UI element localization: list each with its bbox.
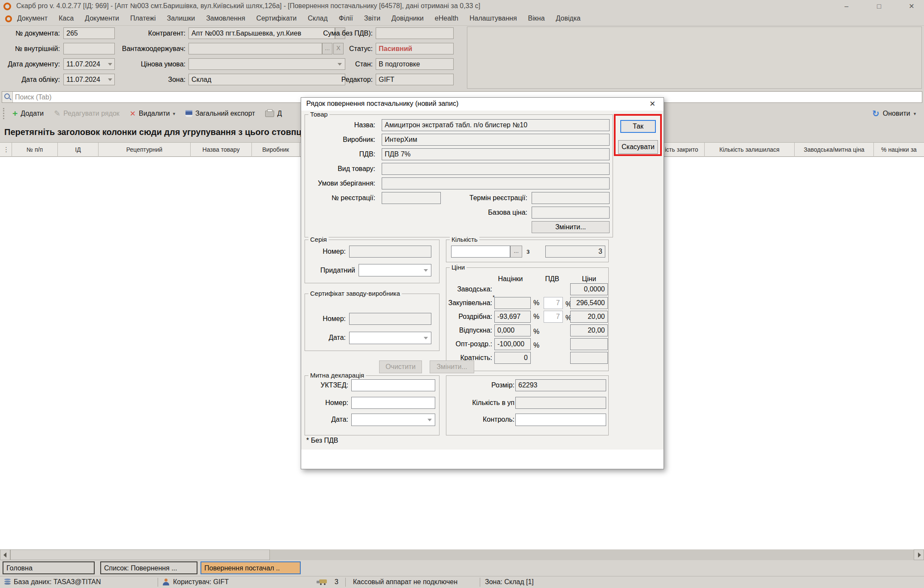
wholesale-price-field[interactable] xyxy=(570,338,608,350)
certificate-date-combo[interactable] xyxy=(349,332,431,344)
tab-supplier-return[interactable]: Повернення постачал .. xyxy=(200,561,301,574)
uktzed-field[interactable] xyxy=(351,379,435,391)
refresh-button[interactable]: ↻ Оновити ▾ xyxy=(872,105,916,123)
series-valid-dropdown-icon[interactable] xyxy=(424,269,428,272)
retail-price-field[interactable]: 20,00 xyxy=(570,311,608,323)
vat-field[interactable]: ПДВ 7% xyxy=(382,148,610,160)
menu-item-settings[interactable]: Налаштування xyxy=(469,15,517,22)
customs-number-field[interactable] xyxy=(351,397,435,409)
manufacturer-field[interactable]: ИнтерХим xyxy=(382,134,610,146)
return-row-dialog: Рядок повернення постачальнику (новий за… xyxy=(301,97,664,469)
quantity-field[interactable] xyxy=(451,246,510,258)
product-kind-field[interactable] xyxy=(382,163,610,175)
customs-date-combo[interactable] xyxy=(351,414,435,426)
menu-item-kasa[interactable]: Каса xyxy=(59,15,74,22)
delete-button[interactable]: ✕ Видалити ▾ xyxy=(126,106,179,121)
purchase-price-field[interactable]: 296,5400 xyxy=(570,297,608,309)
close-icon[interactable]: ✕ xyxy=(901,0,922,13)
series-valid-combo[interactable] xyxy=(359,264,431,276)
multiplicity-price-field[interactable] xyxy=(570,352,608,364)
scroll-right-button[interactable] xyxy=(914,549,924,560)
toolbar-grip-handle[interactable] xyxy=(3,108,6,119)
scroll-left-button[interactable] xyxy=(0,549,10,560)
group-by-hint: Перетягніть заголовок колонки сюди для у… xyxy=(4,127,302,137)
factory-price-label: Заводська: xyxy=(448,283,492,295)
certificate-change-button[interactable]: Змінити... xyxy=(430,360,474,373)
menu-item-orders[interactable]: Замовлення xyxy=(206,15,245,22)
minimize-icon[interactable]: – xyxy=(836,0,857,13)
column-header-qty-closed[interactable]: ість закрито xyxy=(663,143,705,157)
storage-conditions-field[interactable] xyxy=(382,177,610,189)
reg-term-field[interactable] xyxy=(532,192,610,204)
selling-markup-field[interactable]: 0,000 xyxy=(494,324,531,336)
add-button[interactable]: + Додати xyxy=(9,106,48,121)
column-header-manufacturer[interactable]: Виробник xyxy=(252,143,300,157)
quantity-total-field[interactable]: 3 xyxy=(545,246,605,258)
product-name-field[interactable]: Амицитрон экстратаб табл. п/о блистер №1… xyxy=(382,119,610,131)
refresh-dropdown-icon[interactable]: ▾ xyxy=(914,111,916,117)
menu-item-document[interactable]: Документ xyxy=(17,15,48,22)
column-header-npp[interactable]: № п/п xyxy=(12,143,58,157)
column-header-product-name[interactable]: Назва товару xyxy=(191,143,252,157)
status-bar: База даних: TASA3@TITAN Користувач: GIFT… xyxy=(0,576,924,588)
horizontal-scrollbar[interactable] xyxy=(0,549,924,560)
column-header-id[interactable]: ІД xyxy=(58,143,99,157)
cancel-button[interactable]: Скасувати xyxy=(618,140,658,154)
doc-number-label: № документа: xyxy=(0,27,60,39)
certificate-number-field[interactable] xyxy=(349,313,431,325)
multiplicity-field[interactable]: 0 xyxy=(494,352,531,364)
purchase-markup-field[interactable] xyxy=(494,297,531,309)
menu-item-certificates[interactable]: Сертифікати xyxy=(256,15,296,22)
customs-date-dropdown-icon[interactable] xyxy=(428,419,432,421)
dialog-close-icon[interactable]: ✕ xyxy=(646,99,658,109)
base-price-field[interactable] xyxy=(532,207,610,219)
menu-item-directories[interactable]: Довідники xyxy=(392,15,424,22)
control-field[interactable] xyxy=(515,414,606,426)
tab-home[interactable]: Головна xyxy=(3,561,95,574)
print-button[interactable]: Д xyxy=(261,106,286,121)
menu-item-documents[interactable]: Документи xyxy=(85,15,119,22)
certificate-date-dropdown-icon[interactable] xyxy=(424,337,428,339)
per-pack-field[interactable] xyxy=(515,397,606,409)
delete-dropdown-icon[interactable]: ▾ xyxy=(173,111,176,117)
scrollbar-thumb[interactable] xyxy=(10,549,270,560)
column-header-prescription[interactable]: Рецептурний xyxy=(99,143,191,157)
selling-price-field[interactable]: 20,00 xyxy=(570,324,608,336)
editor-field: GIFT xyxy=(376,74,454,85)
sum-no-vat-field[interactable] xyxy=(376,27,454,39)
menu-item-branches[interactable]: Філії xyxy=(339,15,353,22)
reg-number-field[interactable] xyxy=(382,192,441,204)
customs-date-label: Дата: xyxy=(305,414,348,426)
export-button[interactable]: Загальний експорт xyxy=(182,106,259,121)
user-status: Користувач: GIFT xyxy=(173,578,229,586)
status-badge: Пасивний xyxy=(376,43,454,54)
editor-label: Редактор: xyxy=(300,74,373,85)
menu-item-windows[interactable]: Вікна xyxy=(528,15,545,22)
quantity-browse-button[interactable]: ... xyxy=(510,246,522,258)
menu-item-reports[interactable]: Звіти xyxy=(364,15,380,22)
size-field[interactable]: 62293 xyxy=(515,379,606,391)
product-change-button[interactable]: Змінити... xyxy=(532,221,610,233)
menu-item-help[interactable]: Довідка xyxy=(556,15,581,22)
wholesale-markup-field[interactable]: -100,000 xyxy=(494,338,531,350)
storage-conditions-label: Умови зберігання: xyxy=(304,177,375,189)
column-header-factory-price[interactable]: Заводська/митна ціна xyxy=(795,143,874,157)
menu-item-stock[interactable]: Залишки xyxy=(167,15,195,22)
ok-button[interactable]: Так xyxy=(620,120,656,133)
retail-markup-field[interactable]: -93,697 xyxy=(494,311,531,323)
column-header-qty-remaining[interactable]: Кількість залишилася xyxy=(705,143,795,157)
maximize-icon[interactable]: □ xyxy=(869,0,889,13)
edit-row-button[interactable]: ✎ Редагувати рядок xyxy=(50,106,123,121)
cash-register-status: Кассовый аппарат не подключен xyxy=(353,578,458,586)
tab-returns-list[interactable]: Список: Повернення ... xyxy=(100,561,197,574)
menu-app-icon xyxy=(5,15,12,22)
series-number-field[interactable] xyxy=(349,246,431,258)
menu-item-ehealth[interactable]: eHealth xyxy=(435,15,458,22)
certificate-clear-button[interactable]: Очистити xyxy=(379,360,422,373)
menu-item-warehouse[interactable]: Склад xyxy=(308,15,327,22)
menu-item-payments[interactable]: Платежі xyxy=(130,15,156,22)
column-header-markup-pct[interactable]: % націнки за xyxy=(874,143,924,157)
price-condition-label: Цінова умова: xyxy=(103,58,185,70)
factory-price-field[interactable]: 0,0000 xyxy=(570,283,608,295)
sum-no-vat-label: Сума без ПДВ): xyxy=(300,27,373,39)
